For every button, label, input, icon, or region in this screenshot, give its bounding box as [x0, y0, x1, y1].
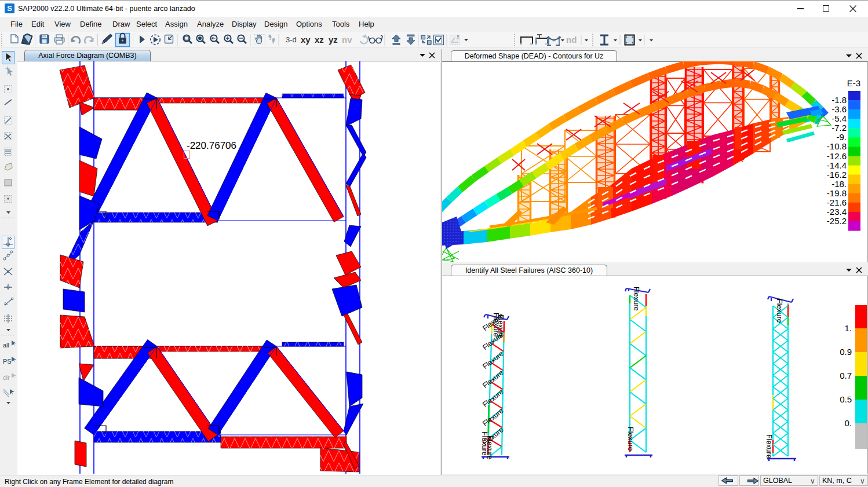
- svg-text:E-3: E-3: [847, 78, 860, 88]
- svg-text:-3.6: -3.6: [831, 104, 847, 114]
- svg-text:0.5: 0.5: [840, 394, 852, 404]
- svg-text:nd: nd: [566, 35, 577, 45]
- svg-text:Flexure: Flexure: [481, 387, 505, 409]
- svg-text:Flexure: Flexure: [481, 407, 505, 428]
- svg-text:Flexure: Flexure: [486, 435, 494, 460]
- svg-text:3-d: 3-d: [286, 35, 297, 44]
- svg-text:yz: yz: [329, 35, 338, 45]
- svg-text:xy: xy: [301, 35, 311, 45]
- svg-text:-18.: -18.: [831, 179, 847, 189]
- svg-text:nv: nv: [342, 35, 352, 45]
- svg-text:Flexure: Flexure: [775, 299, 783, 323]
- svg-text:-7.2: -7.2: [831, 123, 847, 133]
- svg-text:-19.8: -19.8: [827, 188, 847, 198]
- svg-text:-25.2: -25.2: [827, 216, 847, 226]
- svg-text:-21.6: -21.6: [827, 197, 847, 207]
- svg-text:-12.6: -12.6: [827, 151, 847, 161]
- svg-text:-10.8: -10.8: [827, 141, 847, 151]
- svg-text:1.: 1.: [844, 323, 852, 333]
- svg-text:-1.8: -1.8: [831, 95, 847, 105]
- svg-text:Flexure: Flexure: [632, 287, 640, 311]
- svg-text:0.9: 0.9: [840, 347, 852, 357]
- svg-text:-5.4: -5.4: [831, 113, 847, 123]
- svg-text:all: all: [3, 342, 9, 349]
- svg-text:Flexure: Flexure: [765, 434, 773, 459]
- svg-text:PS: PS: [3, 358, 12, 365]
- svg-text:0.: 0.: [844, 418, 852, 428]
- svg-text:Flexure: Flexure: [626, 427, 634, 451]
- svg-text:-220.76706: -220.76706: [187, 140, 236, 151]
- svg-text:Flexure: Flexure: [497, 314, 505, 339]
- svg-text:xz: xz: [315, 35, 324, 45]
- svg-text:-9.: -9.: [836, 132, 847, 142]
- svg-text:-16.2: -16.2: [827, 170, 847, 180]
- svg-text:0.7: 0.7: [840, 371, 852, 380]
- svg-text:-14.4: -14.4: [827, 160, 847, 170]
- svg-text:-23.4: -23.4: [827, 207, 847, 217]
- svg-text:clr: clr: [3, 374, 10, 381]
- svg-text:Flexure: Flexure: [481, 368, 505, 390]
- svg-text:Flexure: Flexure: [481, 349, 505, 371]
